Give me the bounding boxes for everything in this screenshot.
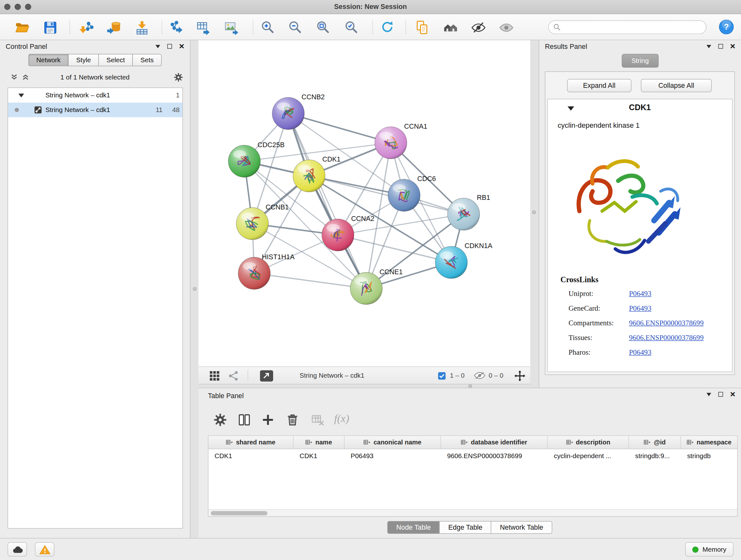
network-name: String Network – cdk1 <box>45 106 110 114</box>
float-panel-icon[interactable] <box>155 45 160 48</box>
close-panel-icon[interactable]: × <box>179 44 184 49</box>
import-network-file-button[interactable] <box>77 18 96 37</box>
column-header-namespace[interactable]: namespace <box>681 436 738 449</box>
zoom-in-button[interactable] <box>259 18 277 37</box>
float-panel-icon[interactable] <box>706 45 711 48</box>
crosslinks-list: Uniprot:P06493GeneCard:P06493Compartment… <box>548 287 732 361</box>
node-label-CDC25B: CDC25B <box>258 141 285 149</box>
zoom-selected-button[interactable] <box>342 18 361 37</box>
left-splitter-handle[interactable] <box>193 287 197 291</box>
pan-crosshair-icon[interactable] <box>514 370 526 382</box>
tab-edge-table[interactable]: Edge Table <box>440 521 491 534</box>
save-session-button[interactable] <box>41 18 59 37</box>
network-node-CDC6[interactable] <box>388 179 420 211</box>
network-node-RB1[interactable] <box>448 198 480 230</box>
import-table-button[interactable] <box>132 18 151 37</box>
delete-table-icon[interactable] <box>311 413 325 427</box>
network-collection-row[interactable]: String Network – cdk1 1 <box>8 88 182 103</box>
column-header-canonical-name[interactable]: canonical name <box>345 436 441 449</box>
maximize-panel-icon[interactable] <box>167 44 172 49</box>
selected-nodes-checkbox-icon[interactable] <box>438 372 446 380</box>
refresh-button[interactable] <box>378 18 396 37</box>
help-button[interactable]: ? <box>719 19 734 35</box>
hidden-eye-slash-icon[interactable] <box>474 371 486 381</box>
table-cell: cyclin-dependent ... <box>548 452 629 459</box>
crosslink-link[interactable]: P06493 <box>629 289 651 298</box>
network-row-selected[interactable]: String Network – cdk1 11 48 <box>8 103 182 117</box>
warnings-button[interactable] <box>35 543 55 557</box>
maximize-panel-icon[interactable] <box>718 44 723 49</box>
memory-button[interactable]: Memory <box>685 543 733 557</box>
reset-view-button[interactable] <box>441 18 460 37</box>
status-bar: Memory <box>0 538 741 560</box>
show-columns-icon[interactable] <box>237 413 251 427</box>
search-icon <box>553 23 560 30</box>
network-node-HIST1H1A[interactable] <box>238 257 270 290</box>
search-box[interactable] <box>548 20 706 34</box>
crosslink-link[interactable]: P06493 <box>629 348 651 357</box>
show-all-button[interactable] <box>496 18 515 37</box>
clone-network-button[interactable] <box>413 18 431 37</box>
float-panel-icon[interactable] <box>706 393 711 396</box>
network-node-CCNB1[interactable] <box>236 207 268 240</box>
scrollbar-thumb[interactable] <box>211 511 267 515</box>
table-row[interactable]: CDK1CDK1P064939606.ENSP00000378699cyclin… <box>208 449 737 462</box>
right-splitter-handle[interactable] <box>532 210 536 214</box>
column-header-shared-name[interactable]: shared name <box>208 436 293 449</box>
network-view[interactable]: CCNB2CCNA1CDC25BCDK1CDC6RB1CCNB1CCNA2CDK… <box>199 40 530 367</box>
network-node-CDKN1A[interactable] <box>435 246 468 279</box>
column-sort-icon <box>306 439 313 445</box>
export-network-button[interactable] <box>166 18 185 37</box>
tab-select[interactable]: Select <box>98 54 133 66</box>
birds-eye-view-icon[interactable] <box>209 370 220 382</box>
zoom-fit-button[interactable] <box>314 18 333 37</box>
cloud-status-button[interactable] <box>8 543 27 557</box>
open-session-button[interactable] <box>12 18 31 37</box>
import-network-database-button[interactable] <box>105 18 123 37</box>
network-node-CDK1[interactable] <box>293 160 325 192</box>
tab-network[interactable]: Network <box>28 54 69 66</box>
function-builder-button[interactable]: f(x) <box>334 413 349 425</box>
network-node-CCNB2[interactable] <box>272 98 305 130</box>
column-header--id[interactable]: @id <box>629 436 681 449</box>
delete-column-icon[interactable] <box>285 413 299 427</box>
network-node-CCNA1[interactable] <box>375 127 407 159</box>
table-horizontal-scrollbar[interactable] <box>208 509 737 516</box>
expand-all-button[interactable]: Expand All <box>567 79 631 92</box>
network-options-gear-icon[interactable] <box>173 72 183 84</box>
close-panel-icon[interactable]: × <box>730 44 735 49</box>
tab-node-table[interactable]: Node Table <box>387 521 440 534</box>
zoom-out-button[interactable] <box>286 18 305 37</box>
tab-style[interactable]: Style <box>68 54 98 66</box>
export-image-button[interactable] <box>222 18 241 37</box>
add-column-icon[interactable] <box>261 413 275 427</box>
crosslink-link[interactable]: 9606.ENSP00000378699 <box>629 319 704 327</box>
tab-sets[interactable]: Sets <box>132 54 162 66</box>
column-header-name[interactable]: name <box>293 436 345 449</box>
column-header-description[interactable]: description <box>548 436 629 449</box>
column-header-database-identifier[interactable]: database identifier <box>441 436 548 449</box>
hide-selected-button[interactable] <box>469 18 488 37</box>
export-table-button[interactable] <box>194 18 212 37</box>
table-options-gear-icon[interactable] <box>213 413 227 427</box>
close-panel-icon[interactable]: × <box>730 391 735 397</box>
title-bar: Session: New Session <box>0 0 741 14</box>
network-node-CCNE1[interactable] <box>350 272 382 305</box>
network-node-CCNA2[interactable] <box>322 219 354 251</box>
column-header-label: shared name <box>236 439 275 446</box>
node-label-CDK1: CDK1 <box>322 155 340 163</box>
share-network-icon[interactable] <box>228 370 239 382</box>
open-in-new-window-button[interactable] <box>260 370 273 382</box>
tab-string[interactable]: String <box>622 54 659 68</box>
maximize-panel-icon[interactable] <box>718 392 723 397</box>
crosslink-link[interactable]: 9606.ENSP00000378699 <box>629 333 704 342</box>
network-canvas[interactable]: CCNB2CCNA1CDC25BCDK1CDC6RB1CCNB1CCNA2CDK… <box>199 40 530 367</box>
protein-structure-image <box>561 139 686 273</box>
collection-expand-icon[interactable] <box>18 94 24 98</box>
search-input[interactable] <box>564 23 701 31</box>
eye-icon <box>498 19 514 35</box>
tab-network-table[interactable]: Network Table <box>491 521 552 534</box>
crosslink-link[interactable]: P06493 <box>629 304 651 313</box>
collapse-all-button[interactable]: Collapse All <box>641 79 712 92</box>
network-node-CDC25B[interactable] <box>228 145 260 178</box>
